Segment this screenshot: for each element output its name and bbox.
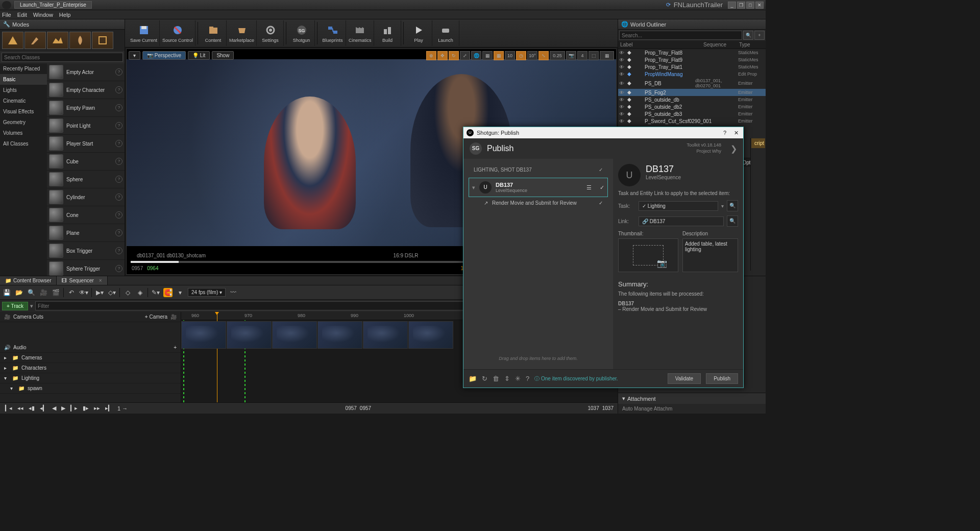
next-key-icon[interactable]: ▮▸ — [82, 405, 90, 412]
check-icon[interactable]: ✓ — [599, 167, 603, 173]
source-control-button[interactable]: Source Control — [160, 20, 195, 46]
menu-edit[interactable]: Edit — [17, 12, 27, 18]
help-icon[interactable]: ? — [526, 375, 529, 382]
content-button[interactable]: Content — [200, 20, 227, 46]
add-filter-icon[interactable]: + — [754, 31, 765, 40]
viewport-layout-icon[interactable]: ▦ — [600, 51, 614, 60]
save-icon[interactable]: 💾 — [2, 288, 11, 297]
mode-place-icon[interactable] — [2, 32, 23, 49]
render-icon[interactable]: 🎥 — [39, 288, 48, 297]
play-forward-icon[interactable]: ▶ — [60, 405, 66, 412]
close-button[interactable]: ✕ — [732, 130, 740, 136]
keying-icon[interactable]: ◇▾ — [107, 288, 116, 297]
cat-lights[interactable]: Lights — [0, 85, 47, 95]
outliner-row[interactable]: 👁◆PS_outside_db3Emitter — [618, 110, 766, 117]
mode-landscape-icon[interactable] — [47, 32, 68, 49]
surface-snap-icon[interactable]: ▦ — [482, 51, 493, 60]
col-type[interactable]: Type — [739, 42, 764, 47]
frame-out[interactable]: 1037 — [602, 405, 614, 411]
info-icon[interactable]: ? — [115, 140, 122, 147]
visibility-icon[interactable]: 👁 — [619, 64, 625, 70]
visibility-icon[interactable]: 👁 — [619, 90, 625, 95]
curve-editor-icon[interactable]: 〰 — [229, 288, 238, 297]
camera-speed-icon[interactable]: 📷 — [566, 51, 576, 60]
menu-icon[interactable]: ☰ — [586, 184, 592, 191]
seq-thumbnail[interactable] — [408, 321, 453, 349]
collapse-icon[interactable]: ✳ — [515, 375, 521, 382]
help-button[interactable]: ? — [721, 130, 729, 136]
minimize-button[interactable]: _ — [728, 2, 736, 9]
marketplace-button[interactable]: Marketplace — [227, 20, 257, 46]
menu-window[interactable]: Window — [33, 12, 53, 18]
search-icon[interactable]: 🔍 — [727, 200, 738, 211]
menu-file[interactable]: File — [2, 12, 11, 18]
next-arrow-icon[interactable]: ❯ — [730, 144, 737, 154]
chevron-down-icon[interactable]: ▾ — [472, 184, 475, 191]
lit-button[interactable]: 💡 Lit — [188, 51, 210, 60]
track-cameras[interactable]: ▸ 📁 Cameras — [0, 353, 181, 363]
outliner-row[interactable]: 👁◆PS_DBdb0137_001, db0270_001Emitter — [618, 78, 766, 89]
actor-item[interactable]: Cube? — [47, 153, 125, 171]
grid-snap-value[interactable]: 10 — [505, 51, 515, 60]
save-current-button[interactable]: Save Current — [128, 20, 160, 46]
playback-icon[interactable]: ▶▾ — [95, 288, 104, 297]
info-icon[interactable]: ? — [115, 68, 122, 76]
seq-thumbnail[interactable] — [181, 321, 226, 349]
track-camera-cuts[interactable]: 🎥 Camera Cuts + Camera 🎥 — [0, 312, 181, 322]
attachment-header[interactable]: ▾ Attachment — [618, 393, 766, 404]
seq-thumbnail[interactable] — [363, 321, 408, 349]
level-tab[interactable]: Launch_Trailer_P_Enterprise — [14, 1, 92, 9]
grid-snap-icon[interactable]: ▦ — [494, 51, 504, 60]
cat-basic[interactable]: Basic — [0, 74, 47, 85]
outliner-row[interactable]: 👁◆PS_outside_db2Emitter — [618, 103, 766, 110]
close-button[interactable]: ✕ — [755, 2, 764, 9]
task-select[interactable]: ✓ Lighting — [639, 201, 718, 211]
search-classes-input[interactable] — [2, 53, 123, 62]
settings-button[interactable]: Settings — [257, 20, 284, 46]
actor-item[interactable]: Point Light? — [47, 117, 125, 135]
maximize-button[interactable]: □ — [746, 2, 754, 9]
prev-key-icon[interactable]: ◂▮ — [28, 405, 36, 412]
cat-geometry[interactable]: Geometry — [0, 117, 47, 128]
actor-item[interactable]: Sphere Trigger? — [47, 260, 125, 276]
info-icon[interactable]: ? — [115, 265, 122, 272]
goto-start-icon[interactable]: ▎◂ — [4, 405, 13, 412]
description-input[interactable]: Added table, latest lighting — [682, 238, 738, 272]
info-icon[interactable]: ? — [115, 247, 122, 254]
camera-icon[interactable]: 🎥 — [170, 314, 177, 320]
show-button[interactable]: Show — [212, 51, 234, 60]
cinematics-button[interactable]: Cinematics — [347, 20, 374, 46]
snap-opts-icon[interactable]: ▾ — [176, 288, 185, 297]
outliner-row[interactable]: 👁◆Prop_Tray_Flat9StaticMes — [618, 56, 766, 63]
mode-foliage-icon[interactable] — [69, 32, 91, 49]
clapboard-icon[interactable]: 🎬 — [51, 288, 60, 297]
actor-item[interactable]: Cone? — [47, 206, 125, 224]
chevron-down-icon[interactable]: ▾ — [10, 385, 15, 391]
restore-button[interactable]: ❐ — [737, 2, 745, 9]
context-row[interactable]: LIGHTING, SHOT DB137 ✓ — [469, 164, 608, 176]
info-icon[interactable]: ? — [115, 211, 122, 219]
link-select[interactable]: 🔗 DB137 — [639, 216, 724, 226]
actor-item[interactable]: Empty Pawn? — [47, 99, 125, 117]
chevron-right-icon[interactable]: ▸ — [4, 365, 9, 371]
frame-fwd-icon[interactable]: ▎▸ — [69, 405, 79, 412]
refresh-icon[interactable]: ↻ — [482, 375, 487, 382]
chevron-down-icon[interactable]: ▾ — [622, 395, 625, 402]
autokey-icon[interactable]: ◇ — [123, 288, 132, 297]
mode-geometry-icon[interactable] — [92, 32, 113, 49]
tab-script[interactable]: cript — [751, 138, 765, 148]
fps-select[interactable]: 24 fps (film) ▾ — [188, 288, 226, 297]
scale-snap-icon[interactable]: ⤡ — [538, 51, 549, 60]
frame-back-icon[interactable]: ◂▎ — [39, 405, 48, 412]
cat-cinematic[interactable]: Cinematic — [0, 95, 47, 106]
step-fwd-icon[interactable]: ▸▸ — [93, 405, 101, 412]
actor-item[interactable]: Plane? — [47, 224, 125, 242]
seq-thumbnail[interactable] — [227, 321, 272, 349]
visibility-icon[interactable]: 👁 — [619, 118, 625, 124]
publish-item[interactable]: ▾ U DB137 LevelSequence ☰ ✓ — [469, 178, 608, 197]
cat-all-classes[interactable]: All Classes — [0, 138, 47, 149]
outliner-row[interactable]: 👁◆Prop_Tray_Flat8StaticMes — [618, 49, 766, 56]
menu-help[interactable]: Help — [59, 12, 71, 18]
maximize-viewport-icon[interactable]: ⬚ — [589, 51, 599, 60]
shotgun-button[interactable]: SGShotgun — [288, 20, 315, 46]
